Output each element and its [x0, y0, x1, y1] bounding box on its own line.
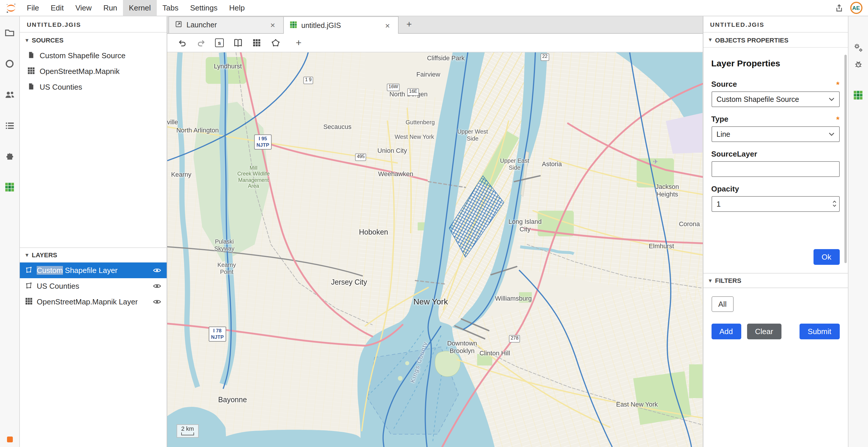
tab-untitled-jgis[interactable]: untitled.jGIS ×: [283, 16, 399, 34]
add-layer-icon[interactable]: +: [291, 35, 307, 50]
map-scale-bar: 2 km: [177, 424, 198, 438]
add-filter-button[interactable]: Add: [711, 323, 741, 339]
extensions-icon[interactable]: [0, 141, 20, 172]
source-select-value: Custom Shapefile Source: [716, 95, 799, 103]
menu-bar: File Edit View Run Kernel Tabs Settings …: [0, 0, 868, 16]
caret-down-icon: ▾: [709, 37, 712, 42]
table-of-contents-icon[interactable]: [0, 110, 20, 141]
map-viewport[interactable]: Cliffside ParkFairviewLyndhurstNorth Ber…: [167, 53, 703, 447]
tab-bar: Launcher × untitled.jGIS × +: [167, 16, 703, 34]
vector-layer-icon: [25, 266, 33, 275]
tab-close-icon[interactable]: ×: [268, 21, 277, 30]
menu-edit[interactable]: Edit: [45, 0, 70, 16]
jgis-icon: [290, 21, 297, 30]
tile-grid-icon[interactable]: [249, 35, 265, 50]
filters-section-header[interactable]: ▾ FILTERS: [703, 273, 847, 288]
layer-item-label: Custom Shapefile Layer: [37, 266, 118, 275]
user-avatar[interactable]: AE: [850, 2, 862, 14]
menu-file[interactable]: File: [21, 0, 45, 16]
launcher-icon: [175, 21, 182, 30]
type-field-label: Type: [711, 115, 728, 124]
number-stepper-icon[interactable]: [832, 200, 837, 208]
sources-section-header[interactable]: ▾ SOURCES: [20, 33, 167, 48]
layer-item-openstreetmap[interactable]: OpenStreetMap.Mapnik Layer: [20, 294, 167, 310]
source-select[interactable]: Custom Shapefile Source: [711, 91, 839, 107]
workspace: UNTITLED.JGIS ▾ SOURCES Custom Shapefile…: [0, 16, 868, 447]
menu-view[interactable]: View: [70, 0, 98, 16]
main-area: Launcher × untitled.jGIS × +: [167, 16, 703, 447]
opacity-field: Opacity: [711, 184, 839, 212]
jgis-properties-icon[interactable]: [848, 87, 868, 103]
file-icon: [27, 51, 35, 60]
visibility-eye-icon[interactable]: [153, 282, 161, 290]
running-sessions-icon[interactable]: [0, 48, 20, 79]
draw-polygon-icon[interactable]: [268, 35, 283, 50]
undo-icon[interactable]: [174, 35, 190, 50]
layers-header-label: LAYERS: [32, 251, 57, 259]
visibility-eye-icon[interactable]: [153, 298, 161, 306]
map-canvas: [167, 53, 703, 447]
left-side-panel: UNTITLED.JGIS ▾ SOURCES Custom Shapefile…: [20, 16, 167, 447]
opacity-input[interactable]: [711, 196, 839, 212]
filter-all-chip[interactable]: All: [711, 296, 734, 312]
collaborators-icon[interactable]: [0, 79, 20, 110]
layer-item-custom-shapefile[interactable]: Custom Shapefile Layer: [20, 263, 167, 278]
menu-kernel[interactable]: Kernel: [123, 0, 156, 16]
jupyterlab-window: File Edit View Run Kernel Tabs Settings …: [0, 0, 868, 447]
opacity-field-label: Opacity: [711, 184, 739, 193]
layer-item-us-counties[interactable]: US Counties: [20, 278, 167, 294]
tab-label: Launcher: [186, 21, 217, 29]
basemap-gallery-icon[interactable]: [230, 35, 246, 50]
source-item-openstreetmap[interactable]: OpenStreetMap.Mapnik: [20, 63, 167, 79]
jgis-panel-icon[interactable]: [0, 172, 20, 203]
source-item-us-counties[interactable]: US Counties: [20, 79, 167, 95]
ok-button[interactable]: Ok: [813, 249, 839, 265]
menu-items: File Edit View Run Kernel Tabs Settings …: [21, 0, 251, 16]
source-field: Source * Custom Shapefile Source: [711, 80, 839, 107]
share-icon[interactable]: [834, 3, 843, 12]
sourcelayer-input[interactable]: [711, 161, 839, 177]
source-item-custom-shapefile[interactable]: Custom Shapefile Source: [20, 48, 167, 63]
file-browser-icon[interactable]: [0, 18, 20, 48]
panel-spacer: [20, 95, 167, 247]
filters-body: All Add Clear Submit: [703, 288, 847, 339]
required-asterisk: *: [836, 80, 839, 88]
caret-down-icon: ▾: [26, 252, 28, 257]
menu-settings[interactable]: Settings: [184, 0, 223, 16]
debugger-bug-icon[interactable]: [848, 56, 868, 72]
submit-filter-button[interactable]: Submit: [800, 323, 839, 339]
document-toolbar: s: [167, 34, 703, 53]
scrollbar[interactable]: [844, 55, 846, 263]
new-tab-button[interactable]: +: [402, 17, 417, 32]
source-field-label: Source: [711, 80, 737, 89]
right-activity-bar: [847, 16, 868, 447]
type-select[interactable]: Line: [711, 126, 839, 142]
scale-line: [181, 433, 194, 435]
tab-launcher[interactable]: Launcher ×: [168, 16, 284, 33]
right-side-panel: UNTITLED.JGIS ▾ OBJECTS PROPERTIES Layer…: [703, 16, 847, 447]
symbology-icon[interactable]: s: [212, 35, 227, 50]
objects-properties-header[interactable]: ▾ OBJECTS PROPERTIES: [703, 33, 847, 48]
caret-down-icon: ▾: [709, 278, 712, 283]
raster-grid-icon: [27, 67, 35, 76]
raster-grid-icon: [25, 297, 33, 306]
type-select-value: Line: [716, 130, 730, 138]
left-activity-bar: [0, 16, 20, 447]
source-item-label: Custom Shapefile Source: [40, 51, 126, 60]
redo-icon[interactable]: [193, 35, 209, 50]
file-icon: [27, 82, 35, 92]
tab-close-icon[interactable]: ×: [383, 21, 392, 30]
property-inspector-icon[interactable]: [848, 40, 868, 55]
symbology-glyph: s: [215, 38, 224, 47]
layers-section-header[interactable]: ▾ LAYERS: [20, 247, 167, 263]
menu-help[interactable]: Help: [223, 0, 251, 16]
menu-run[interactable]: Run: [98, 0, 123, 16]
menu-tabs[interactable]: Tabs: [157, 0, 184, 16]
clear-filter-button[interactable]: Clear: [747, 323, 781, 339]
status-indicator: [7, 437, 12, 442]
sourcelayer-field: SourceLayer: [711, 149, 839, 177]
visibility-eye-icon[interactable]: [153, 266, 161, 275]
layer-item-label: US Counties: [37, 282, 79, 290]
source-item-label: OpenStreetMap.Mapnik: [40, 67, 120, 76]
objects-properties-label: OBJECTS PROPERTIES: [715, 36, 788, 43]
